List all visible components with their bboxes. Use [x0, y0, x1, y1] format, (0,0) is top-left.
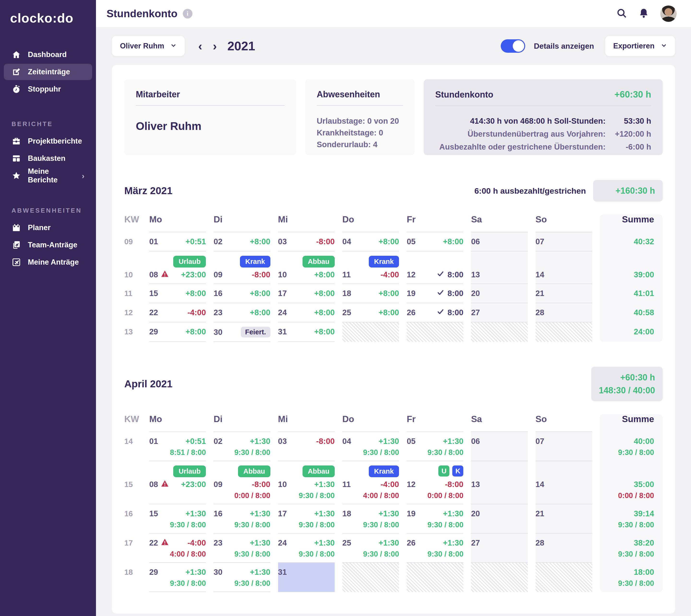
calendar-day-cell[interactable]: 24+8:00 — [278, 303, 335, 322]
calendar-day-cell[interactable]: 30+1:309:30 / 8:00 — [213, 563, 270, 592]
sidebar-item-stoppuhr[interactable]: Stoppuhr — [4, 81, 92, 97]
calendar-day-cell[interactable]: Urlaub08+23:00 — [149, 251, 206, 284]
sidebar-item-dashboard[interactable]: Dashboard — [4, 46, 92, 63]
calendar-day-cell[interactable]: Abbau09-8:000:00 / 8:00 — [213, 461, 270, 504]
calendar-day-cell[interactable]: 03-8:00 — [278, 432, 335, 461]
sidebar-item-baukasten[interactable]: Baukasten — [4, 150, 92, 167]
calendar-day-cell[interactable]: 24+1:309:30 / 8:00 — [278, 533, 335, 563]
calendar-day-cell[interactable]: 18+8:00 — [342, 284, 399, 303]
day-number: 10 — [278, 480, 287, 489]
calendar-day-cell[interactable]: 29+1:309:30 / 8:00 — [149, 563, 206, 592]
calendar-day-cell[interactable]: 27 — [471, 533, 528, 563]
calendar-day-cell[interactable]: Krank11-4:004:00 / 8:00 — [342, 461, 399, 504]
day-number: 09 — [213, 270, 223, 279]
calendar-day-cell[interactable]: Abbau10+1:309:30 / 8:00 — [278, 461, 335, 504]
calendar-day-cell[interactable]: 05+8:00 — [407, 232, 463, 251]
day-line: 20 — [471, 509, 528, 519]
calendar-col-so: So — [536, 215, 592, 232]
calendar-day-cell[interactable]: 15+8:00 — [149, 284, 206, 303]
day-line: 19+1:30 — [407, 509, 463, 519]
calendar-day-cell[interactable]: Urlaub08+23:00 — [149, 461, 206, 504]
calendar-day-cell[interactable]: 20 — [471, 284, 528, 303]
sidebar-item-meine-antraege[interactable]: Meine Anträge — [4, 254, 92, 270]
sidebar-item-team-antraege[interactable]: Team-Anträge — [4, 237, 92, 253]
calendar-day-cell[interactable]: Krank09-8:00 — [213, 251, 270, 284]
kw-number: 18 — [124, 567, 142, 577]
export-button[interactable]: Exportieren — [605, 36, 675, 56]
day-value: +8:00 — [186, 327, 206, 336]
calendar-day-cell[interactable]: 23+8:00 — [213, 303, 270, 322]
calendar-day-cell[interactable]: 14 — [536, 251, 592, 284]
calendar-day-cell[interactable]: 05+1:309:30 / 8:00 — [407, 432, 463, 461]
calendar-day-cell[interactable]: UK12-8:000:00 / 8:00 — [407, 461, 463, 504]
calendar-day-cell[interactable]: 21 — [536, 284, 592, 303]
calendar-day-cell[interactable]: 13 — [471, 251, 528, 284]
calendar-day-cell[interactable]: 29+8:00 — [149, 322, 206, 342]
calendar-day-cell[interactable]: 16+1:309:30 / 8:00 — [213, 504, 270, 533]
day-line: 29+8:00 — [149, 327, 206, 337]
day-subvalue: 8:51 / 8:00 — [149, 446, 206, 457]
calendar-day-cell[interactable]: 30Feiert. — [213, 322, 270, 342]
calendar-day-cell[interactable]: 02+8:00 — [213, 232, 270, 251]
calendar-day-cell[interactable]: 25+1:309:30 / 8:00 — [342, 533, 399, 563]
day-line: 11-4:00 — [342, 270, 399, 280]
sum-value: 40:58 — [600, 308, 654, 317]
info-icon[interactable]: i — [183, 9, 192, 19]
calendar-day-cell[interactable]: 25+8:00 — [342, 303, 399, 322]
calendar-day-cell[interactable]: 20 — [471, 504, 528, 533]
search-icon[interactable] — [616, 8, 627, 20]
details-toggle[interactable] — [501, 39, 525, 53]
calendar-day-cell[interactable]: 14 — [536, 461, 592, 504]
person-select[interactable]: Oliver Ruhm — [112, 36, 185, 56]
calendar-day-cell[interactable]: Krank11-4:00 — [342, 251, 399, 284]
calendar-day-cell[interactable]: 01+0:518:51 / 8:00 — [149, 432, 206, 461]
calendar-day-cell[interactable]: 07 — [536, 232, 592, 251]
calendar-day-cell[interactable]: 16+8:00 — [213, 284, 270, 303]
calendar-day-cell[interactable]: 26+1:309:30 / 8:00 — [407, 533, 463, 563]
user-avatar[interactable] — [660, 5, 677, 22]
day-line: 08+23:00 — [149, 479, 206, 489]
calendar-day-cell[interactable]: 17+8:00 — [278, 284, 335, 303]
day-number: 11 — [342, 270, 351, 279]
calendar-day-cell[interactable]: 31+8:00 — [278, 322, 335, 342]
calendar-day-cell[interactable]: 27 — [471, 303, 528, 322]
prev-year-button[interactable]: ‹ — [198, 40, 202, 52]
calendar-day-cell[interactable]: 04+1:309:30 / 8:00 — [342, 432, 399, 461]
sidebar-item-planer[interactable]: Planer — [4, 220, 92, 236]
calendar-day-cell[interactable]: 18+1:309:30 / 8:00 — [342, 504, 399, 533]
calendar-day-cell[interactable]: 03-8:00 — [278, 232, 335, 251]
calendar-day-cell[interactable]: 17+1:309:30 / 8:00 — [278, 504, 335, 533]
calendar-day-cell[interactable]: 06 — [471, 232, 528, 251]
calendar-day-cell[interactable]: 21 — [536, 504, 592, 533]
calendar-day-cell[interactable]: 19+1:309:30 / 8:00 — [407, 504, 463, 533]
calendar-day-cell[interactable]: 04+8:00 — [342, 232, 399, 251]
calendar-day-cell[interactable]: 28 — [536, 533, 592, 563]
calendar-day-cell[interactable]: 01+0:51 — [149, 232, 206, 251]
calendar-day-cell[interactable]: 15+1:309:30 / 8:00 — [149, 504, 206, 533]
calendar-day-cell[interactable]: 22-4:004:00 / 8:00 — [149, 533, 206, 563]
day-line: 21 — [536, 288, 592, 299]
sum-value: 24:00 — [600, 327, 654, 337]
chevron-down-icon — [661, 42, 667, 50]
hours-account-title: Stundenkonto — [435, 90, 493, 100]
calendar-day-cell[interactable]: 06 — [471, 432, 528, 461]
calendar-day-cell[interactable]: 22-4:00 — [149, 303, 206, 322]
day-number: 17 — [278, 509, 287, 518]
calendar-day-cell[interactable]: 128:00 — [407, 251, 463, 284]
calendar-day-cell[interactable]: 23+1:309:30 / 8:00 — [213, 533, 270, 563]
calendar-day-cell[interactable]: Abbau10+8:00 — [278, 251, 335, 284]
calendar-day-cell[interactable]: 268:00 — [407, 303, 463, 322]
sidebar-item-projektberichte[interactable]: Projektberichte — [4, 133, 92, 149]
next-year-button[interactable]: › — [213, 40, 217, 52]
calendar-day-cell[interactable]: 31 — [278, 563, 335, 592]
calendar-day-cell[interactable]: 02+1:309:30 / 8:00 — [213, 432, 270, 461]
sidebar-item-meine-berichte[interactable]: Meine Berichte› — [4, 168, 92, 184]
calendar-col-sa: Sa — [471, 215, 528, 232]
calendar-day-cell[interactable]: 13 — [471, 461, 528, 504]
calendar-kw-cell: 13 — [124, 322, 142, 342]
calendar-day-cell[interactable]: 07 — [536, 432, 592, 461]
bell-icon[interactable] — [638, 8, 649, 20]
calendar-day-cell[interactable]: 198:00 — [407, 284, 463, 303]
calendar-day-cell[interactable]: 28 — [536, 303, 592, 322]
sidebar-item-zeiteintraege[interactable]: Zeiteinträge — [4, 64, 92, 80]
